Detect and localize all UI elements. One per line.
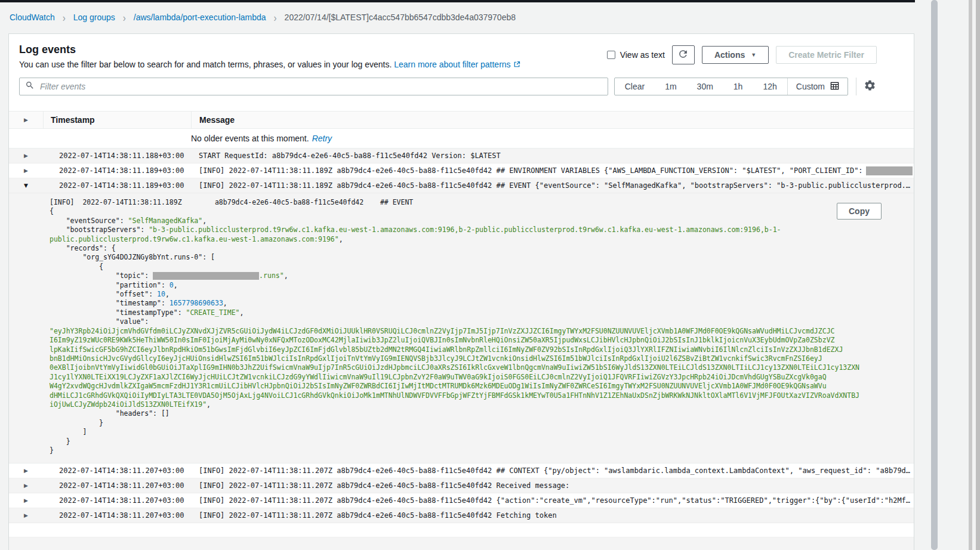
no-older-events-banner: No older events at this moment. Retry: [9, 129, 914, 149]
event-json-line: ]: [50, 428, 890, 437]
view-as-text-label: View as text: [620, 50, 665, 60]
event-json-line: "partition": 0,: [50, 281, 890, 290]
event-json-line: "topic": .runs",: [50, 271, 890, 280]
event-json-line: "eventSource": "SelfManagedKafka",: [50, 217, 890, 225]
event-timestamp: 2022-07-14T14:38:11.207+03:00: [43, 481, 191, 490]
custom-label: Custom: [796, 82, 825, 91]
external-link-icon: [513, 60, 520, 70]
event-message: [INFO] 2022-07-14T11:38:11.207Z a8b79dc4…: [191, 496, 914, 505]
event-json-line: }: [50, 437, 890, 446]
log-event-row: ▶2022-07-14T14:38:11.188+03:00START Requ…: [9, 149, 914, 163]
description-text: You can use the filter bar below to sear…: [19, 60, 392, 69]
event-json-line: "bootstrapServers": "b-3-public.publiccl…: [50, 225, 890, 234]
empty-row: [9, 523, 914, 537]
event-timestamp: 2022-07-14T14:38:11.207+03:00: [43, 496, 191, 505]
log-event-row: ▶2022-07-14T14:38:11.207+03:00[INFO] 202…: [9, 508, 914, 523]
event-json-line: bnB1dHMiOnsicHJvcGVydGllcyI6eyJjcHUiOnsi…: [50, 354, 890, 363]
redacted-value: [866, 166, 913, 175]
log-table-header: ▶ Timestamp Message: [9, 111, 914, 129]
expand-all-cell: ▶: [9, 117, 43, 123]
event-json-line: }: [50, 419, 890, 428]
event-json-line: I6Im9yZ19zWUc0RE9KWk5HeThiWW50In0sImF0Ij…: [50, 336, 890, 345]
expand-caret-icon[interactable]: ▶: [9, 483, 43, 489]
expanded-event-detail: [INFO] 2022-07-14T11:38:11.189Z a8b79dc4…: [9, 193, 914, 464]
expand-caret-icon[interactable]: ▶: [9, 468, 43, 474]
page-title: Log events: [19, 43, 520, 56]
redacted-value: [153, 272, 259, 280]
empty-row: [9, 537, 914, 550]
event-timestamp: 2022-07-14T14:38:11.189+03:00: [43, 166, 191, 175]
event-timestamp: 2022-07-14T14:38:11.207+03:00: [43, 466, 191, 475]
refresh-button[interactable]: [672, 45, 695, 64]
time-range-control: Clear 1m 30m 1h 12h Custom: [614, 78, 848, 95]
event-json-line: "records": {: [50, 244, 890, 253]
event-message: [INFO] 2022-07-14T11:38:11.189Z a8b79dc4…: [191, 166, 914, 175]
expand-caret-icon[interactable]: ▶: [9, 498, 43, 503]
copy-button[interactable]: Copy: [837, 203, 882, 220]
retry-link[interactable]: Retry: [312, 134, 332, 143]
time-range-custom[interactable]: Custom: [787, 78, 848, 95]
collapse-caret-icon[interactable]: ▼: [9, 183, 43, 189]
breadcrumb-cloudwatch[interactable]: CloudWatch: [10, 13, 55, 22]
event-json-line: {: [50, 262, 890, 271]
log-event-row: ▶2022-07-14T14:38:11.207+03:00[INFO] 202…: [9, 464, 914, 478]
time-range-1m[interactable]: 1m: [655, 78, 686, 95]
event-timestamp: 2022-07-14T14:38:11.188+03:00: [43, 152, 191, 160]
expand-caret-icon[interactable]: ▶: [9, 168, 43, 174]
window-scrollbar-edge[interactable]: [976, 0, 980, 550]
log-events-panel: Log events You can use the filter bar be…: [8, 33, 914, 550]
view-as-text-toggle[interactable]: View as text: [607, 50, 665, 60]
event-json-line: public.publicclusterprod.t9rw6w.c1.kafka…: [50, 235, 890, 244]
preferences-button[interactable]: [864, 79, 876, 94]
event-json-line: W4gY2xvdWQgcHJvdmlkZXIgaW5mcmFzdHJ1Y3R1c…: [50, 382, 890, 391]
chevron-right-icon: ›: [274, 11, 277, 23]
event-json-line: 0eXBlIjoibnVtYmVyIiwidGl0bGUiOiJTaXplIG9…: [50, 363, 890, 372]
time-range-30m[interactable]: 30m: [687, 78, 723, 95]
breadcrumb-log-group-name[interactable]: /aws/lambda/port-execution-lambda: [134, 13, 266, 22]
time-range-clear[interactable]: Clear: [615, 78, 655, 95]
chevron-right-icon: ›: [123, 11, 126, 23]
log-event-row: ▼2022-07-14T14:38:11.189+03:00[INFO] 202…: [9, 178, 914, 193]
breadcrumb: CloudWatch › Log groups › /aws/lambda/po…: [0, 2, 980, 32]
event-json-line: }: [50, 446, 890, 455]
filter-bar: Clear 1m 30m 1h 12h Custom: [19, 78, 904, 95]
page-description: You can use the filter bar below to sear…: [19, 60, 520, 70]
caret-down-icon: ▼: [751, 52, 756, 58]
event-json-line: "timestamp": 1657798690633,: [50, 299, 890, 308]
expand-caret-icon[interactable]: ▶: [9, 153, 43, 159]
log-event-row: ▶2022-07-14T14:38:11.207+03:00[INFO] 202…: [9, 493, 914, 508]
log-event-row: ▶2022-07-14T14:38:11.189+03:00[INFO] 202…: [9, 163, 914, 178]
calendar-icon: [830, 81, 839, 92]
message-column-header: Message: [191, 112, 914, 128]
filter-events-box[interactable]: [19, 78, 608, 95]
event-timestamp: 2022-07-14T14:38:11.189+03:00: [43, 181, 191, 190]
view-as-text-checkbox[interactable]: [607, 51, 615, 59]
time-range-12h[interactable]: 12h: [753, 78, 787, 95]
panel-scrollbar[interactable]: [931, 0, 938, 550]
window-scrollbar[interactable]: [969, 0, 972, 550]
create-metric-filter-button[interactable]: Create Metric Filter: [776, 46, 877, 64]
divider: [856, 78, 856, 95]
actions-button[interactable]: Actions ▼: [702, 46, 769, 64]
event-json-line: iOjUwLCJyZWdpb24iOiJldS13ZXN0LTEifX19",: [50, 400, 890, 409]
refresh-icon: [677, 48, 689, 62]
event-json-line: [INFO] 2022-07-14T11:38:11.189Z a8b79dc4…: [50, 198, 890, 207]
learn-more-link[interactable]: Learn more about filter patterns: [394, 60, 520, 69]
time-range-1h[interactable]: 1h: [723, 78, 753, 95]
event-message: [INFO] 2022-07-14T11:38:11.207Z a8b79dc4…: [191, 511, 914, 520]
event-message: [INFO] 2022-07-14T11:38:11.207Z a8b79dc4…: [191, 481, 914, 490]
event-timestamp: 2022-07-14T14:38:11.207+03:00: [43, 511, 191, 520]
event-message: [INFO] 2022-07-14T11:38:11.189Z a8b79dc4…: [191, 181, 914, 190]
filter-events-input[interactable]: [39, 81, 602, 92]
event-json-line: J1cy1lYXN0LTEiXX19LCJyZXF1aXJlZCI6WyJjcH…: [50, 373, 890, 382]
chevron-right-icon: ›: [63, 11, 66, 23]
breadcrumb-log-groups[interactable]: Log groups: [73, 13, 115, 22]
event-json-line: "value":: [50, 317, 890, 326]
expand-all-caret-icon[interactable]: ▶: [9, 117, 43, 123]
expand-caret-icon[interactable]: ▶: [9, 512, 43, 518]
event-json-line: {: [50, 207, 890, 216]
event-json-line: dHMiLCJ1cGRhdGVkQXQiOiIyMDIyLTA3LTE0VDA5…: [50, 391, 890, 400]
breadcrumb-log-stream: 2022/07/14/[$LATEST]c4acc547bb6547cdbb3d…: [285, 13, 516, 22]
log-table-body: ▶2022-07-14T14:38:11.188+03:00START Requ…: [9, 149, 914, 523]
search-icon: [25, 81, 35, 92]
